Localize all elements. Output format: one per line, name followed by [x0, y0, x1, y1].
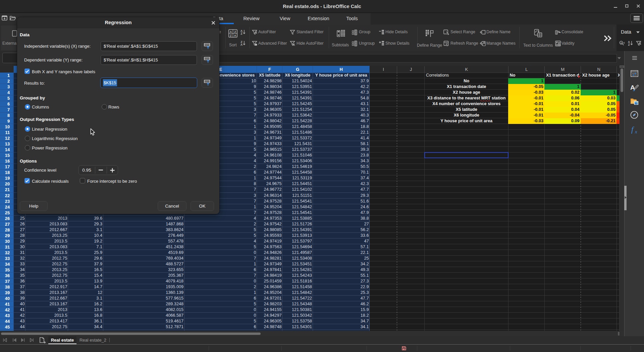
svg-text:f: f	[631, 125, 635, 134]
svg-text:A: A	[230, 30, 232, 34]
svg-text:d: d	[623, 41, 625, 44]
svg-text:Z: Z	[230, 34, 232, 37]
svg-text:A: A	[234, 34, 236, 37]
svg-text:x: x	[635, 129, 637, 134]
svg-text:Z: Z	[628, 43, 630, 46]
svg-text:Z: Z	[234, 30, 236, 34]
svg-text:A: A	[240, 43, 243, 46]
svg-text:Z: Z	[240, 32, 242, 35]
